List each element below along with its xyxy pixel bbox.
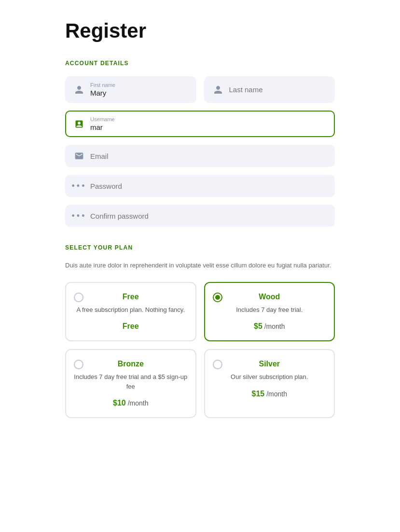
dots-icon-2: ••• [72,211,87,221]
password-icon: ••• [74,181,84,191]
plan-amount-bronze: $10 [113,399,126,407]
person-icon-2 [213,84,223,95]
plan-desc-bronze: Includes 7 day free trial and a $5 sign-… [74,372,188,391]
plan-name-wood: Wood [259,293,280,301]
password-input[interactable] [90,182,326,190]
plan-radio-bronze[interactable] [74,360,83,369]
last-name-field[interactable] [204,76,335,103]
email-icon [74,151,84,161]
plan-section: SELECT YOUR PLAN Duis aute irure dolor i… [65,244,335,418]
account-details-section: ACCOUNT DETAILS First name [65,60,335,227]
username-field[interactable]: Username [65,111,335,137]
first-name-input[interactable] [90,89,188,97]
plan-amount-wood: $5 [254,322,262,330]
plan-desc-wood: Includes 7 day free trial. [236,305,303,315]
first-name-field[interactable]: First name [65,76,196,103]
plan-description: Duis aute irure dolor in reprehenderit i… [65,261,335,270]
plan-card-wood[interactable]: Wood Includes 7 day free trial. $5 /mont… [204,282,335,342]
plan-radio-wood[interactable] [213,293,222,302]
plan-amount-silver: $15 [252,390,265,398]
username-icon [74,119,84,129]
plan-section-label: SELECT YOUR PLAN [65,244,335,251]
plan-price-free: Free [123,322,139,331]
confirm-password-inner [90,212,326,220]
plan-price-wood: $5 /month [254,322,285,331]
name-row: First name [65,76,335,103]
plan-card-bronze[interactable]: Bronze Includes 7 day free trial and a $… [65,349,196,418]
plan-radio-free[interactable] [74,293,83,302]
page-title: Register [65,19,335,42]
plan-period-silver: /month [266,390,287,398]
plan-card-free[interactable]: Free A free subscription plan. Nothing f… [65,282,196,342]
plan-name-free: Free [123,293,139,301]
last-name-inner [229,85,327,94]
person-icon [74,84,84,95]
first-name-label: First name [90,82,188,88]
email-inner [90,152,326,160]
last-name-input[interactable] [229,85,327,94]
plan-period-bronze: /month [128,399,149,407]
plan-period-wood: /month [264,322,285,330]
plan-card-silver[interactable]: Silver Our silver subscription plan. $15… [204,349,335,418]
plan-name-silver: Silver [259,360,280,368]
password-inner [90,182,326,190]
username-input[interactable] [90,123,326,131]
plan-price-silver: $15 /month [252,390,287,398]
plan-price-bronze: $10 /month [113,399,148,407]
dots-icon: ••• [72,181,87,191]
confirm-password-input[interactable] [90,212,326,220]
plan-radio-silver[interactable] [213,360,222,369]
email-input[interactable] [90,152,326,160]
confirm-password-field[interactable]: ••• [65,205,335,227]
plan-grid: Free A free subscription plan. Nothing f… [65,282,335,419]
plan-desc-silver: Our silver subscription plan. [231,372,308,382]
plan-name-bronze: Bronze [118,360,144,368]
first-name-inner: First name [90,82,188,97]
username-inner: Username [90,116,326,131]
email-field[interactable] [65,145,335,167]
account-section-label: ACCOUNT DETAILS [65,60,335,67]
username-label: Username [90,116,326,122]
plan-amount-free: Free [123,322,139,330]
password-field[interactable]: ••• [65,175,335,197]
confirm-password-icon: ••• [74,210,84,221]
plan-desc-free: A free subscription plan. Nothing fancy. [77,305,185,315]
